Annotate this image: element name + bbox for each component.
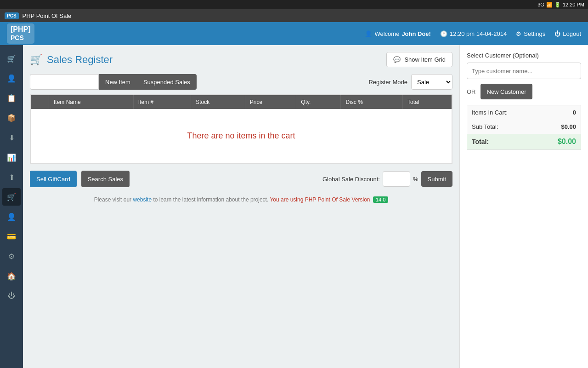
footer-link-text: website (133, 196, 152, 203)
logout-link[interactable]: ⏻ Logout (554, 30, 581, 37)
new-customer-button[interactable]: New Customer (481, 84, 533, 99)
suspended-sales-button[interactable]: Suspended Sales (137, 74, 197, 90)
footer-text-before: Please visit our (94, 196, 131, 203)
navbar-logo: [PHP]PCS (7, 23, 34, 44)
col-stock: Stock (191, 95, 245, 109)
subtotal-value: $0.00 (537, 120, 581, 134)
empty-cart-message: There are no items in the cart (35, 113, 447, 159)
new-item-button[interactable]: New Item (99, 74, 137, 90)
status-time: 12:20 PM (563, 2, 584, 7)
customer-input[interactable] (467, 63, 581, 79)
customer-section: Select Customer (Optional) OR New Custom… (467, 52, 581, 99)
sidebar-item-users[interactable]: 👤 (2, 208, 21, 225)
bottom-controls: Sell GiftCard Search Sales Global Sale D… (30, 171, 452, 187)
global-discount-label: Global Sale Discount: (322, 176, 380, 183)
footer-text-after: to learn the latest information about th… (153, 196, 268, 203)
navbar-right: 👤 Welcome John Doe! 🕐 12:20 pm 14-04-201… (365, 30, 581, 37)
register-mode-label: Register Mode (368, 79, 407, 86)
welcome-label: Welcome (374, 30, 399, 37)
col-item-num: Item # (133, 95, 191, 109)
settings-link[interactable]: ⚙ Settings (516, 30, 545, 37)
col-qty: Qty. (296, 95, 341, 109)
controls-row: New Item Suspended Sales Register Mode S… (30, 74, 452, 90)
sidebar: 🛒 👤 📋 📦 ⬇ 📊 ⬆ 🛒 👤 💳 ⚙ 🏠 ⏻ (0, 45, 23, 368)
register-mode-section: Register Mode Sale Quote Layaway (368, 74, 452, 90)
sidebar-item-reports[interactable]: 📊 (2, 149, 21, 166)
logout-icon: ⏻ (554, 30, 560, 37)
page-title-section: 🛒 Sales Register (30, 54, 113, 66)
page-title: Sales Register (47, 54, 113, 66)
col-total: Total (403, 95, 452, 109)
main-layout: 🛒 👤 📋 📦 ⬇ 📊 ⬆ 🛒 👤 💳 ⚙ 🏠 ⏻ 🛒 Sales Regist… (0, 45, 588, 368)
battery-icon: 🔋 (554, 2, 561, 8)
user-name: John Doe! (401, 30, 431, 37)
percent-sign: % (413, 176, 418, 183)
sidebar-item-settings[interactable]: ⚙ (2, 247, 21, 265)
sidebar-item-logout[interactable]: ⏻ (2, 287, 21, 305)
empty-cart-row: There are no items in the cart (31, 109, 452, 163)
logout-label: Logout (563, 30, 581, 37)
table-header-row: Item Name Item # Stock Price Qty. Disc %… (31, 95, 452, 109)
global-discount-section: Global Sale Discount: % Submit (322, 171, 452, 187)
sidebar-item-inventory[interactable]: 📦 (2, 109, 21, 126)
person-icon: 👤 (365, 30, 372, 37)
sell-giftcard-label: Sell GiftCard (36, 176, 70, 183)
submit-label: Submit (428, 176, 446, 183)
footer: Please visit our website to learn the la… (30, 196, 452, 203)
datetime-display: 12:20 pm 14-04-2014 (450, 30, 507, 37)
items-label: Items In Cart: (467, 105, 538, 120)
total-label: Total: (467, 134, 538, 150)
sidebar-item-items[interactable]: 📋 (2, 89, 21, 107)
footer-website-link[interactable]: website (133, 196, 153, 203)
sidebar-item-pos[interactable]: 🛒 (2, 50, 21, 67)
col-item-name: Item Name (49, 95, 134, 109)
sidebar-item-export[interactable]: ⬆ (2, 168, 21, 186)
status-icons: 3G 📶 🔋 12:20 PM (537, 2, 584, 8)
customer-label: Select Customer (Optional) (467, 52, 581, 59)
right-panel: Select Customer (Optional) OR New Custom… (459, 45, 588, 368)
settings-icon: ⚙ (516, 30, 521, 37)
col-price: Price (245, 95, 296, 109)
sidebar-item-purchases[interactable]: ⬇ (2, 129, 21, 146)
signal-icon: 3G (537, 2, 544, 7)
new-item-label: New Item (105, 79, 130, 86)
discount-input[interactable] (383, 171, 410, 187)
sidebar-item-home[interactable]: 🏠 (2, 267, 21, 285)
app-logo: PCS (5, 12, 19, 19)
sidebar-item-customers[interactable]: 👤 (2, 69, 21, 87)
col-disc: Disc % (341, 95, 403, 109)
clock-section: 🕐 12:20 pm 14-04-2014 (440, 30, 507, 37)
navbar-brand: [PHP]PCS (7, 23, 34, 44)
col-checkbox (31, 95, 49, 109)
or-row: OR New Customer (467, 84, 581, 99)
show-grid-button[interactable]: 💬 Show Item Grid (386, 52, 452, 67)
show-grid-label: Show Item Grid (404, 56, 446, 63)
subtotal-row: Sub Total: $0.00 (467, 120, 581, 134)
total-value: $0.00 (537, 134, 581, 150)
submit-button[interactable]: Submit (421, 171, 452, 187)
sidebar-item-payments[interactable]: 💳 (2, 228, 21, 245)
sidebar-item-pos-active[interactable]: 🛒 (2, 188, 21, 206)
title-bar: PCS PHP Point Of Sale (0, 9, 588, 22)
suspended-sales-label: Suspended Sales (143, 79, 190, 86)
main-content: 🛒 Sales Register 💬 Show Item Grid New It… (23, 45, 459, 368)
item-table: Item Name Item # Stock Price Qty. Disc %… (30, 95, 452, 163)
items-in-cart-row: Items In Cart: 0 (467, 105, 581, 120)
welcome-section: 👤 Welcome John Doe! (365, 30, 431, 37)
grid-icon: 💬 (393, 56, 401, 63)
search-sales-button[interactable]: Search Sales (81, 171, 130, 187)
footer-version-text: You are using PHP Point Of Sale Version (270, 196, 370, 203)
wifi-icon: 📶 (546, 2, 553, 8)
item-search-input[interactable] (30, 74, 99, 90)
sell-giftcard-button[interactable]: Sell GiftCard (30, 171, 77, 187)
page-header: 🛒 Sales Register 💬 Show Item Grid (30, 52, 452, 67)
register-mode-select[interactable]: Sale Quote Layaway (411, 74, 452, 90)
or-label: OR (467, 88, 476, 95)
navbar: [PHP]PCS 👤 Welcome John Doe! 🕐 12:20 pm … (0, 22, 588, 45)
subtotal-label: Sub Total: (467, 120, 538, 134)
version-badge: 14.0 (373, 196, 388, 203)
app-title: PHP Point Of Sale (23, 12, 72, 19)
items-value: 0 (537, 105, 581, 120)
clock-icon: 🕐 (440, 30, 447, 37)
settings-label: Settings (524, 30, 545, 37)
